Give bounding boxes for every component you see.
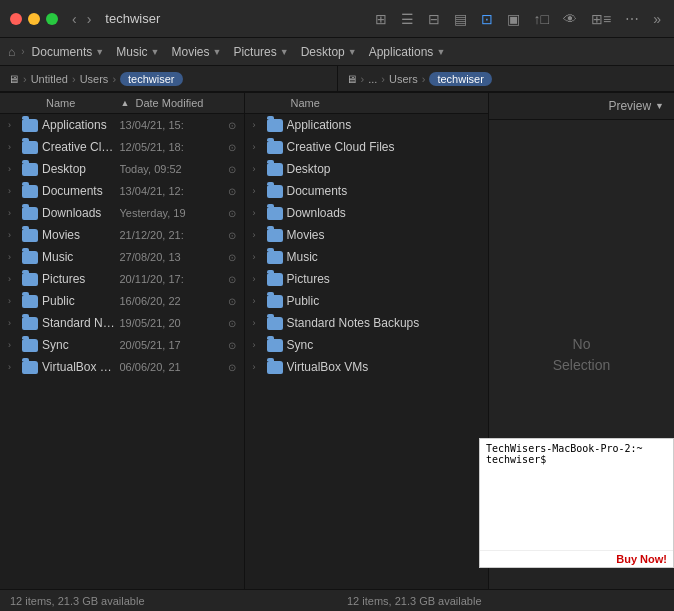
path-users[interactable]: Users (80, 73, 109, 85)
forward-button[interactable]: › (83, 9, 96, 29)
list-item[interactable]: › Public 16/06/20, 22 ⊙ (0, 290, 244, 312)
path-untitled[interactable]: Untitled (31, 73, 68, 85)
list-item[interactable]: › Desktop Today, 09:52 ⊙ (0, 158, 244, 180)
folder-icon (22, 207, 38, 220)
list-item[interactable]: › Desktop (245, 158, 489, 180)
fav-pictures[interactable]: Pictures ▼ (228, 43, 293, 61)
file-name: Movies (287, 228, 481, 242)
expand-arrow-icon: › (8, 186, 18, 196)
list-item[interactable]: › Applications 13/04/21, 15: ⊙ (0, 114, 244, 136)
file-name: Desktop (287, 162, 481, 176)
file-name: Creative Cloud Files (42, 140, 116, 154)
left-file-list[interactable]: › Applications 13/04/21, 15: ⊙ › Creativ… (0, 114, 244, 590)
list-item[interactable]: › Documents (245, 180, 489, 202)
file-name: Documents (287, 184, 481, 198)
list-item[interactable]: › Creative Cloud Files (245, 136, 489, 158)
fav-applications[interactable]: Applications ▼ (364, 43, 451, 61)
buy-now-link[interactable]: Buy Now! (616, 553, 667, 565)
expand-arrow-icon: › (8, 252, 18, 262)
split-view-icon[interactable]: ⊡ (478, 9, 496, 29)
list-item[interactable]: › Pictures (245, 268, 489, 290)
chevron-down-icon: ▼ (348, 47, 357, 57)
path-sep-r3: › (422, 73, 426, 85)
status-icon: ⊙ (228, 164, 236, 175)
fav-separator: › (21, 46, 24, 57)
right-pane: Name › Applications › Creative Cloud Fil… (245, 93, 490, 590)
list-item[interactable]: › Documents 13/04/21, 12: ⊙ (0, 180, 244, 202)
grid-view-icon[interactable]: ⊞ (372, 9, 390, 29)
pictures-label: Pictures (233, 45, 276, 59)
list-item[interactable]: › Applications (245, 114, 489, 136)
action-icon[interactable]: ▣ (504, 9, 523, 29)
file-date: 06/06/20, 21 (120, 361, 220, 373)
path-ellipsis[interactable]: ... (368, 73, 377, 85)
expand-arrow-icon: › (8, 274, 18, 284)
folder-icon (22, 361, 38, 374)
name-column-header[interactable]: Name (46, 97, 113, 109)
gallery-view-icon[interactable]: ▤ (451, 9, 470, 29)
list-item[interactable]: › VirtualBox VMs (245, 356, 489, 378)
name-column-header-r[interactable]: Name (291, 97, 481, 109)
maximize-button[interactable] (46, 13, 58, 25)
more-icon[interactable]: ⋯ (622, 9, 642, 29)
file-name: VirtualBox VMs (42, 360, 116, 374)
preview-label: Preview (608, 99, 651, 113)
file-name: Standard Notes Backups (42, 316, 116, 330)
arrange-icon[interactable]: ⊞≡ (588, 9, 614, 29)
folder-icon (22, 273, 38, 286)
list-item[interactable]: › Public (245, 290, 489, 312)
eye-icon[interactable]: 👁 (560, 9, 580, 29)
fav-music[interactable]: Music ▼ (111, 43, 164, 61)
list-item[interactable]: › Music (245, 246, 489, 268)
preview-chevron-icon[interactable]: ▼ (655, 101, 664, 111)
documents-label: Documents (32, 45, 93, 59)
expand-arrow-icon: › (253, 252, 263, 262)
list-item[interactable]: › Movies (245, 224, 489, 246)
chevron-down-icon: ▼ (151, 47, 160, 57)
preview-header: Preview ▼ (489, 93, 674, 120)
home-icon[interactable]: ⌂ (8, 45, 15, 59)
right-path-bar: 🖥 › ... › Users › techwiser (338, 66, 675, 92)
column-view-icon[interactable]: ⊟ (425, 9, 443, 29)
fav-documents[interactable]: Documents ▼ (27, 43, 110, 61)
expand-arrow-icon: › (8, 164, 18, 174)
overflow-icon[interactable]: » (650, 9, 664, 29)
left-path-bar: 🖥 › Untitled › Users › techwiser (0, 66, 338, 92)
list-item[interactable]: › Music 27/08/20, 13 ⊙ (0, 246, 244, 268)
fav-desktop[interactable]: Desktop ▼ (296, 43, 362, 61)
titlebar: ‹ › techwiser ⊞ ☰ ⊟ ▤ ⊡ ▣ ↑□ 👁 ⊞≡ ⋯ » (0, 0, 674, 38)
file-date: 21/12/20, 21: (120, 229, 220, 241)
list-item[interactable]: › Standard Notes Backups 19/05/21, 20 ⊙ (0, 312, 244, 334)
expand-arrow-icon: › (253, 142, 263, 152)
nav-arrows: ‹ › (68, 9, 95, 29)
list-item[interactable]: › Creative Cloud Files 12/05/21, 18: ⊙ (0, 136, 244, 158)
path-chip-left[interactable]: techwiser (120, 72, 182, 86)
list-item[interactable]: › Standard Notes Backups (245, 312, 489, 334)
close-button[interactable] (10, 13, 22, 25)
chevron-down-icon: ▼ (213, 47, 222, 57)
list-item[interactable]: › Sync (245, 334, 489, 356)
fav-movies[interactable]: Movies ▼ (166, 43, 226, 61)
list-view-icon[interactable]: ☰ (398, 9, 417, 29)
status-icon: ⊙ (228, 296, 236, 307)
right-column-headers: Name (245, 93, 489, 114)
status-bar: 12 items, 21.3 GB available 12 items, 21… (0, 589, 674, 611)
list-item[interactable]: › Sync 20/05/21, 17 ⊙ (0, 334, 244, 356)
list-item[interactable]: › Downloads Yesterday, 19 ⊙ (0, 202, 244, 224)
share-icon[interactable]: ↑□ (531, 9, 552, 29)
file-name: Downloads (42, 206, 116, 220)
list-item[interactable]: › Movies 21/12/20, 21: ⊙ (0, 224, 244, 246)
back-button[interactable]: ‹ (68, 9, 81, 29)
terminal-buy-bar: Buy Now! (480, 550, 673, 567)
list-item[interactable]: › Downloads (245, 202, 489, 224)
path-sep2: › (72, 73, 76, 85)
right-file-list[interactable]: › Applications › Creative Cloud Files › … (245, 114, 489, 590)
list-item[interactable]: › Pictures 20/11/20, 17: ⊙ (0, 268, 244, 290)
path-chip-right[interactable]: techwiser (429, 72, 491, 86)
window-title: techwiser (105, 11, 160, 26)
minimize-button[interactable] (28, 13, 40, 25)
path-users-right[interactable]: Users (389, 73, 418, 85)
modified-column-header[interactable]: Date Modified (136, 97, 236, 109)
list-item[interactable]: › VirtualBox VMs 06/06/20, 21 ⊙ (0, 356, 244, 378)
path-sep-r2: › (381, 73, 385, 85)
